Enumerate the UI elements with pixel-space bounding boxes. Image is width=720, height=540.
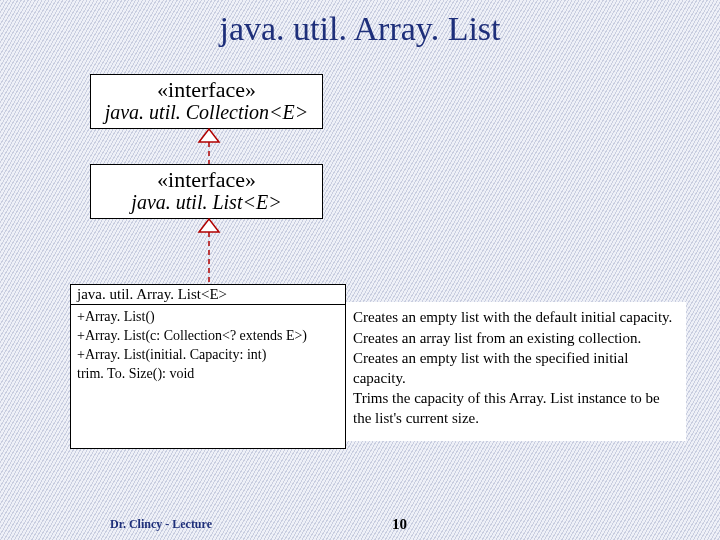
operation: +Array. List(initial. Capacity: int) — [77, 346, 339, 365]
slide-footer: Dr. Clincy - Lecture 10 — [0, 517, 720, 532]
op-description: Trims the capacity of this Array. List i… — [353, 389, 679, 428]
operation: +Array. List() — [77, 308, 339, 327]
op-description: Creates an empty list with the specified… — [353, 349, 679, 388]
class-name: java. util. Array. List<E> — [71, 285, 345, 305]
uml-interface-collection-box: «interface» java. util. Collection<E> — [90, 74, 323, 129]
svg-marker-2 — [199, 219, 219, 232]
footer-author: Dr. Clincy - Lecture — [110, 517, 212, 532]
page-number: 10 — [392, 516, 407, 533]
operations-description-panel: Creates an empty list with the default i… — [346, 302, 686, 441]
page-title: java. util. Array. List — [0, 10, 720, 48]
uml-class-arraylist-box: java. util. Array. List<E> +Array. List(… — [70, 284, 346, 449]
generalization-arrow-icon — [197, 218, 221, 284]
interface-name: java. util. Collection<E> — [91, 101, 322, 124]
svg-marker-0 — [199, 129, 219, 142]
stereotype-label: «interface» — [91, 167, 322, 193]
class-operations: +Array. List() +Array. List(c: Collectio… — [71, 305, 345, 448]
op-description: Creates an array list from an existing c… — [353, 329, 679, 349]
operation: trim. To. Size(): void — [77, 365, 339, 384]
generalization-arrow-icon — [197, 128, 221, 164]
op-description: Creates an empty list with the default i… — [353, 308, 679, 328]
stereotype-label: «interface» — [91, 77, 322, 103]
uml-interface-list-box: «interface» java. util. List<E> — [90, 164, 323, 219]
interface-name: java. util. List<E> — [91, 191, 322, 214]
operation: +Array. List(c: Collection<? extends E>) — [77, 327, 339, 346]
